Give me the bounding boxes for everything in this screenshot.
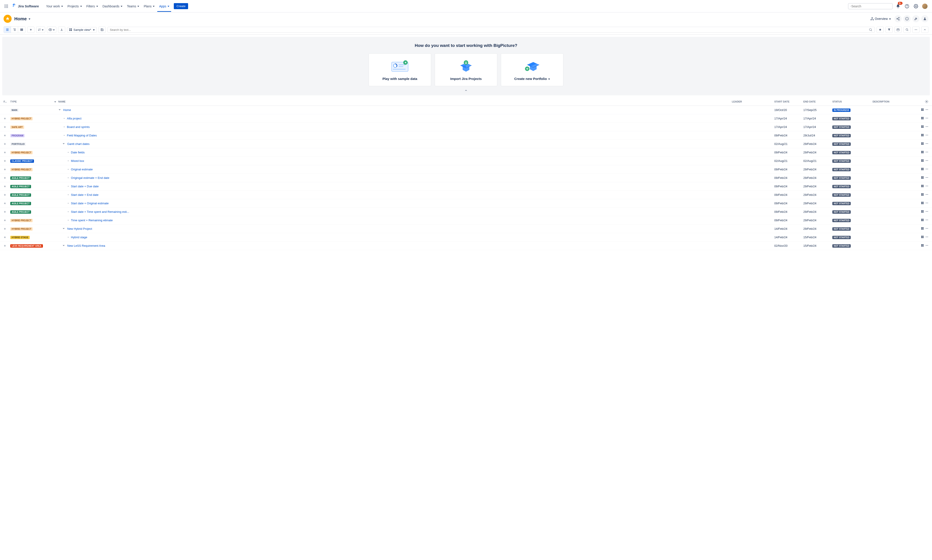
row-name[interactable]: •Field Mapping of Dates [58,134,732,137]
star-icon[interactable]: ★ [3,176,6,180]
table-row[interactable]: ★HYBRID PROJECT•Date fields09/Feb/2429/F… [0,148,932,157]
row-name[interactable]: •Original estimate [58,168,732,171]
card-import-jira[interactable]: Import Jira Projects [435,53,497,86]
table-row[interactable]: ★HYBRID PROJECT•Time spent + Remaining e… [0,216,932,225]
row-name[interactable]: •Date fields [58,151,732,154]
visibility-button[interactable] [47,26,56,33]
global-search-input[interactable] [851,5,890,8]
row-name[interactable]: •Start date + Due date [58,185,732,188]
grid-icon[interactable] [921,235,924,239]
col-header-end[interactable]: END DATE [803,100,832,103]
grid-icon[interactable] [921,210,924,214]
row-name[interactable]: •Start date + End date [58,193,732,197]
collapse-banner-button[interactable] [6,89,926,93]
global-search[interactable] [848,3,893,9]
row-name[interactable]: New Hybrid Project [58,227,732,231]
table-row[interactable]: ★AGILE PROJECT•Start date + Time spent a… [0,208,932,216]
expand-caret-icon[interactable] [62,244,65,248]
star-icon[interactable]: ★ [3,244,6,248]
text-filter-input[interactable] [110,28,869,31]
row-name[interactable]: •Start date + Time spent and Remaining e… [58,210,732,214]
grid-icon[interactable] [921,134,924,137]
jira-logo[interactable]: Jira Software [12,3,39,9]
row-name[interactable]: •Time spent + Remaining etimate [58,218,732,222]
table-row[interactable]: ★CLASSIC PROJECT•Mixed box02/Aug/2102/Au… [0,157,932,165]
star-icon[interactable]: ★ [3,218,6,222]
row-name[interactable]: New LeSS Requirement Area [58,244,732,248]
table-row[interactable]: ★PROGRAM•Field Mapping of Dates09/Feb/24… [0,131,932,140]
col-header-name[interactable]: NAME [58,100,732,103]
table-row[interactable]: ★HYBRID STAGE•Hybrid stage14/Feb/2415/Fe… [0,233,932,242]
calendar-button[interactable] [895,26,902,33]
star-icon[interactable]: ★ [3,168,6,171]
more-icon[interactable] [925,142,929,146]
col-header-type[interactable]: TYPE [10,100,54,103]
user-button[interactable] [921,15,929,22]
share-button[interactable] [895,15,902,22]
grid-icon[interactable] [921,125,924,129]
expand-caret-icon[interactable] [58,108,61,112]
search-icon[interactable] [869,28,872,31]
search-toggle[interactable] [903,26,910,33]
download-button[interactable] [58,26,65,33]
nav-item-filters[interactable]: Filters [85,3,100,9]
more-icon[interactable] [925,134,929,137]
more-icon[interactable] [925,218,929,222]
more-icon[interactable] [925,202,929,205]
star-icon[interactable]: ★ [3,227,6,231]
nav-item-plans[interactable]: Plans [142,3,156,9]
more-icon[interactable] [925,168,929,171]
indent-view-button[interactable] [11,26,18,33]
table-row[interactable]: ★SAFE ART•Board and sprints17/Apr/2417/A… [0,123,932,131]
table-row[interactable]: ★PORTFOLIOGantt chart dates02/Aug/2129/F… [0,140,932,148]
star-icon[interactable]: ★ [3,202,6,205]
grid-icon[interactable] [921,168,924,171]
row-name[interactable]: •Hybrid stage [58,235,732,239]
grid-icon[interactable] [921,108,924,112]
nav-item-dashboards[interactable]: Dashboards [101,3,125,9]
table-row[interactable]: ★AGILE PROJECT•Start date + Original est… [0,199,932,208]
page-title[interactable]: Home [14,16,30,22]
table-row[interactable]: ★LESS REQUIREMENT AREANew LeSS Requireme… [0,242,932,250]
grid-icon[interactable] [921,202,924,205]
star-icon[interactable]: ★ [3,142,6,146]
star-icon[interactable]: ★ [3,210,6,214]
grid-icon[interactable] [921,227,924,231]
more-icon[interactable] [925,125,929,129]
more-icon[interactable] [925,193,929,197]
row-name[interactable]: Home [58,108,732,112]
overview-dropdown[interactable]: Overview [869,15,893,22]
nav-item-your-work[interactable]: Your work [44,3,65,9]
save-view-button[interactable] [99,26,106,33]
grid-icon[interactable] [921,193,924,197]
favorites-toggle[interactable] [877,26,884,33]
table-settings-button[interactable] [915,100,929,103]
wrench-button[interactable] [912,15,920,22]
nav-item-apps[interactable]: Apps [157,3,171,9]
grid-icon[interactable] [921,185,924,188]
settings-button[interactable] [912,3,920,10]
add-button[interactable] [27,26,34,33]
col-header-fav[interactable]: F... [3,100,10,103]
more-icon[interactable] [925,159,929,163]
card-create-portfolio[interactable]: Create new Portfolio [501,53,564,86]
star-icon[interactable]: ★ [3,151,6,154]
table-row[interactable]: ★HYBRID PROJECTNew Hybrid Project14/Feb/… [0,225,932,233]
grid-icon[interactable] [921,159,924,163]
grid-icon[interactable] [921,117,924,120]
sort-button[interactable] [36,26,45,33]
filter-button[interactable] [886,26,893,33]
star-icon[interactable]: ★ [3,159,6,163]
star-icon[interactable]: ★ [3,125,6,129]
more-icon[interactable] [925,244,929,248]
grid-icon[interactable] [921,142,924,146]
table-row[interactable]: ★AGILE PROJECT•Start date + Due date09/F… [0,182,932,191]
table-row[interactable]: ★AGILE PROJECT•Start date + End date09/F… [0,191,932,199]
row-name[interactable]: •Board and sprints [58,125,732,129]
col-header-start[interactable]: START DATE [774,100,803,103]
row-name[interactable]: •Alfa project [58,117,732,120]
nav-item-projects[interactable]: Projects [66,3,84,9]
view-selector[interactable]: Sample view* [67,27,97,32]
row-name[interactable]: •Start date + Original estimate [58,202,732,205]
more-icon[interactable] [925,235,929,239]
